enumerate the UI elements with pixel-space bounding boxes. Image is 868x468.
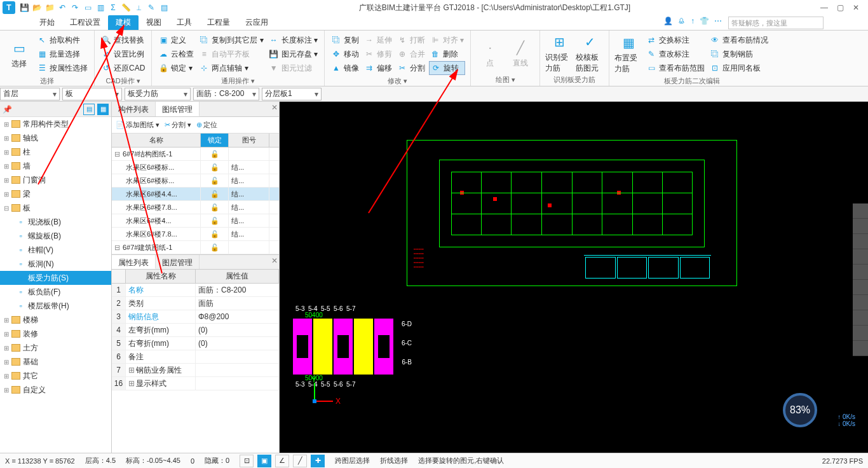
table-row[interactable]: 水果区6#楼4.4...🔓结...	[112, 188, 279, 201]
tree-item[interactable]: ⊞墙	[0, 159, 111, 173]
menu-view[interactable]: 视图	[139, 15, 169, 30]
copy-to-layer[interactable]: ⿻复制到其它层 ▾	[198, 33, 264, 47]
floor-combo[interactable]: 首层	[0, 88, 60, 100]
menu-cloud[interactable]: 云应用	[238, 15, 276, 30]
define[interactable]: ▣定义	[157, 33, 195, 47]
save-icon[interactable]: 💾	[19, 3, 29, 13]
rt-10[interactable]	[853, 341, 868, 356]
menu-tools[interactable]: 工具	[169, 15, 200, 30]
tree-item[interactable]: ⊞土方	[0, 341, 111, 355]
rt-1[interactable]	[853, 203, 868, 219]
move[interactable]: ✥移动	[330, 47, 360, 61]
table-row[interactable]: 水果区6#楼标...🔓结...	[112, 161, 279, 174]
menu-quantity[interactable]: 工程量	[200, 15, 238, 30]
tree-item[interactable]: ⊞自定义	[0, 383, 111, 397]
menu-modeling[interactable]: 建模	[108, 15, 139, 30]
col-lock[interactable]: 锁定	[201, 134, 229, 147]
tree-item[interactable]: ⊞基础	[0, 355, 111, 369]
restore-cad[interactable]: ↺还原CAD	[100, 61, 146, 75]
add-drawing-button[interactable]: 📄添加图纸 ▾	[116, 120, 159, 130]
tree-item[interactable]: ▫板洞(N)	[0, 257, 111, 271]
menu-start[interactable]: 开始	[32, 15, 62, 30]
sb-cross-floor[interactable]: 跨图层选择	[335, 456, 370, 465]
table-row[interactable]: ⊟6#7#结构图纸-1🔓	[112, 148, 279, 161]
region-icon[interactable]: ▭	[83, 3, 93, 13]
tree-item[interactable]: ▫现浇板(B)	[0, 215, 111, 229]
tree-item[interactable]: ⊞轴线	[0, 131, 111, 145]
mirror[interactable]: ▲镜像	[330, 61, 360, 75]
two-point-axis[interactable]: ⊹两点辅轴 ▾	[198, 61, 264, 75]
table-row[interactable]: 水果区6#楼7.8...🔓结...	[112, 228, 279, 241]
midpane-close-icon[interactable]: ✕	[271, 103, 278, 112]
recognize-rebar[interactable]: ⊞ 识别受力筋	[545, 33, 573, 74]
tree-item[interactable]: ⊞装修	[0, 327, 111, 341]
tab-properties[interactable]: 属性列表	[112, 255, 156, 269]
swap-annotation[interactable]: ⇄交换标注	[645, 33, 706, 47]
apply-same-slab[interactable]: ⊡应用同名板	[709, 61, 770, 75]
tab-component-list[interactable]: 构件列表	[112, 102, 156, 116]
tree-item[interactable]: ▫板负筋(F)	[0, 285, 111, 299]
tree-item[interactable]: ⊞楼梯	[0, 313, 111, 327]
sb-fold-select[interactable]: 折线选择	[380, 456, 408, 465]
rt-9[interactable]	[853, 326, 868, 341]
open-icon[interactable]: 📂	[32, 3, 42, 13]
minimize-icon[interactable]: —	[820, 3, 828, 12]
rt-8[interactable]	[853, 310, 868, 326]
view-list-icon[interactable]: ▦	[97, 104, 109, 115]
pick-component[interactable]: ↖拾取构件	[36, 33, 89, 47]
component-combo[interactable]: 面筋：C8-200	[193, 88, 259, 100]
maximize-icon[interactable]: ▢	[837, 3, 844, 12]
select-by-prop[interactable]: ☰按属性选择	[36, 61, 89, 75]
delete[interactable]: 🗑删除	[429, 47, 465, 61]
tree-item[interactable]: ⊞其它	[0, 369, 111, 383]
view-rebar-status[interactable]: 👁查看布筋情况	[709, 33, 770, 47]
prop-row[interactable]: 5右弯折(mm)(0)	[112, 337, 279, 350]
locate-button[interactable]: ⊕定位	[196, 120, 217, 130]
split[interactable]: ✂分割	[396, 61, 426, 75]
st-4[interactable]: ╱	[293, 455, 307, 467]
folder-icon[interactable]: 📁	[44, 3, 55, 13]
rt-7[interactable]	[853, 295, 868, 310]
tab-layer-manage[interactable]: 图层管理	[156, 255, 200, 269]
table-row[interactable]: 水果区6#楼标...🔓结...	[112, 174, 279, 188]
prop-row[interactable]: 16⊞显示样式	[112, 377, 279, 390]
rt-2[interactable]	[853, 219, 868, 234]
tree-item[interactable]: ▫柱帽(V)	[0, 243, 111, 257]
st-5[interactable]: ✚	[311, 455, 325, 467]
viewport[interactable]: ━━━━━━━━━━━━━━━━━━━━ 5-3 5-4	[280, 102, 868, 453]
edit-annotation[interactable]: ✎查改标注	[645, 47, 706, 61]
layer-combo[interactable]: 分层板1	[262, 88, 322, 100]
length-annotation[interactable]: ↔长度标注 ▾	[268, 33, 319, 47]
menu-project-settings[interactable]: 工程设置	[62, 15, 108, 30]
prop-row[interactable]: 4左弯折(mm)(0)	[112, 324, 279, 337]
layers-icon[interactable]: ▤	[159, 3, 169, 13]
batch-select[interactable]: ▦批量选择	[36, 47, 89, 61]
prop-row[interactable]: 6备注	[112, 350, 279, 364]
prop-row[interactable]: 2类别面筋	[112, 297, 279, 310]
tab-drawing-manage[interactable]: 图纸管理	[156, 102, 200, 116]
prop-row[interactable]: 1名称面筋：C8-200	[112, 284, 279, 297]
undo-icon[interactable]: ↶	[57, 3, 67, 13]
tree-item[interactable]: ⊞常用构件类型	[0, 117, 111, 131]
tree-item[interactable]: ⊟板	[0, 201, 111, 215]
cloud-check[interactable]: ☁云检查	[157, 47, 195, 61]
tree-item[interactable]: ⊞门窗洞	[0, 173, 111, 187]
tool1-icon[interactable]: ▥	[95, 3, 105, 13]
rotate[interactable]: ⟳旋转	[429, 61, 465, 75]
split-drawing-button[interactable]: ✂分割 ▾	[165, 120, 191, 130]
prop-close-icon[interactable]: ✕	[271, 256, 278, 265]
prop-row[interactable]: 3钢筋信息Φ8@200	[112, 310, 279, 324]
rt-3[interactable]	[853, 234, 868, 249]
tree-item[interactable]: ▫螺旋板(B)	[0, 229, 111, 243]
type-combo[interactable]: 板受力筋	[125, 88, 191, 100]
offset[interactable]: ⇉偏移	[363, 61, 393, 75]
skin-icon[interactable]: 👕	[700, 17, 709, 25]
select-button[interactable]: ▭ 选择	[5, 33, 33, 75]
element-save[interactable]: 💾图元存盘 ▾	[268, 47, 319, 61]
search-input[interactable]: 答疑解惑，搜这里	[728, 17, 824, 29]
tree-item[interactable]: ⊞柱	[0, 145, 111, 159]
tree-item[interactable]: ▫板受力筋(S)	[0, 271, 111, 285]
view-tree-icon[interactable]: ▤	[83, 104, 95, 115]
prop-row[interactable]: 7⊞钢筋业务属性	[112, 364, 279, 377]
calc-icon[interactable]: Σ	[108, 3, 118, 13]
